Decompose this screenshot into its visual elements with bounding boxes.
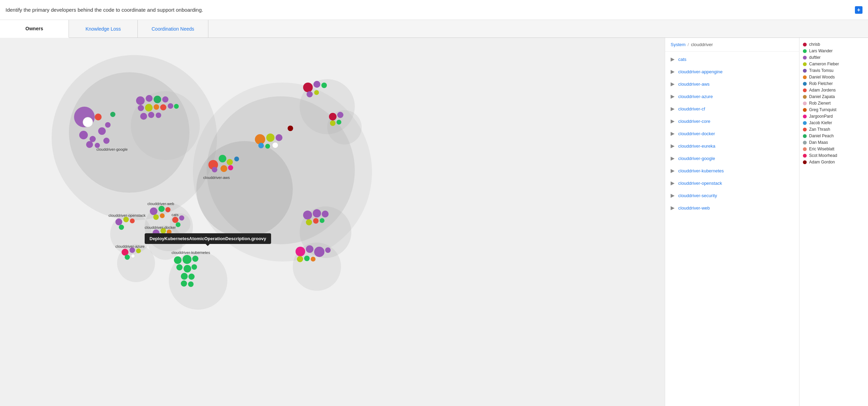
bubble	[123, 217, 129, 222]
legend-item[interactable]: Daniel Zapata	[803, 94, 865, 99]
bubble	[145, 104, 153, 111]
file-item[interactable]: ▶clouddriver-security	[665, 189, 799, 202]
folder-icon: ▶	[671, 81, 675, 87]
bubble	[306, 219, 312, 225]
bubble	[125, 255, 130, 260]
tab-coordination-needs[interactable]: Coordination Needs	[138, 20, 208, 38]
legend-name: JargoonPard	[809, 114, 833, 119]
legend-item[interactable]: Greg Turnquist	[803, 107, 865, 112]
legend-item[interactable]: Rob Zienert	[803, 101, 865, 106]
legend-dot	[803, 95, 807, 99]
legend-name: Scot Moorhead	[809, 153, 837, 158]
bubble	[337, 112, 343, 118]
label-clouddriver-docker: clouddriver-docker	[145, 225, 176, 229]
legend-item[interactable]: Adam Jordens	[803, 88, 865, 93]
breadcrumb: System / clouddriver	[665, 38, 799, 52]
bubble	[174, 104, 179, 109]
legend-item[interactable]: Cameron Fieber	[803, 62, 865, 66]
legend-item[interactable]: Zan Thrash	[803, 127, 865, 132]
legend-item[interactable]: Lars Wander	[803, 49, 865, 53]
bubble	[227, 159, 233, 165]
file-item[interactable]: ▶clouddriver-web	[665, 202, 799, 214]
legend-item[interactable]: chrisb	[803, 42, 865, 47]
file-item[interactable]: ▶cats	[665, 53, 799, 65]
file-item[interactable]: ▶clouddriver-eureka	[665, 140, 799, 152]
file-item[interactable]: ▶clouddriver-kubernetes	[665, 164, 799, 177]
bubble	[181, 280, 187, 287]
folder-icon: ▶	[671, 205, 675, 211]
file-item[interactable]: ▶clouddriver-core	[665, 115, 799, 127]
bubble	[321, 83, 327, 88]
legend-dot	[803, 102, 807, 105]
legend-dot	[803, 43, 807, 46]
legend-item[interactable]: Eric Wiseblatt	[803, 147, 865, 151]
bubble	[330, 120, 335, 126]
bubble	[130, 218, 135, 223]
main-content: clouddriver-google clouddriver-aws	[0, 38, 868, 406]
bubble	[154, 104, 159, 110]
bubble	[138, 105, 144, 111]
add-button[interactable]: +	[855, 6, 862, 14]
file-name: clouddriver-web	[678, 205, 710, 211]
bubble	[192, 256, 198, 262]
legend-item[interactable]: Scot Moorhead	[803, 153, 865, 158]
file-item[interactable]: ▶clouddriver-openstack	[665, 177, 799, 189]
legend-name: Jacob Kiefer	[809, 120, 832, 125]
bubble	[103, 138, 110, 144]
bubble	[156, 113, 161, 118]
legend-item[interactable]: Dan Maas	[803, 140, 865, 145]
legend-dot	[803, 56, 807, 60]
legend-name: chrisb	[809, 42, 820, 47]
file-item[interactable]: ▶clouddriver-google	[665, 152, 799, 164]
file-name: clouddriver-azure	[678, 94, 713, 99]
legend-item[interactable]: Jacob Kiefer	[803, 120, 865, 125]
legend-name: Daniel Woods	[809, 75, 835, 79]
legend-item[interactable]: JargoonPard	[803, 114, 865, 119]
legend-item[interactable]: Travis Tomsu	[803, 68, 865, 73]
legend-name: Daniel Peach	[809, 133, 834, 138]
bubble	[140, 113, 147, 120]
file-name: clouddriver-core	[678, 119, 710, 124]
label-clouddriver-aws: clouddriver-aws	[203, 175, 230, 180]
file-name: clouddriver-appengine	[678, 69, 723, 74]
bubble	[258, 143, 264, 148]
bubble	[325, 247, 331, 253]
tab-knowledge-loss[interactable]: Knowledge Loss	[69, 20, 138, 38]
bubble-canvas: clouddriver-google clouddriver-aws	[0, 38, 665, 406]
bubble	[265, 144, 270, 149]
file-item[interactable]: ▶clouddriver-aws	[665, 78, 799, 90]
bubble	[148, 112, 154, 118]
file-item[interactable]: ▶clouddriver-docker	[665, 127, 799, 140]
label-clouddriver-web: clouddriver-web	[147, 202, 174, 206]
legend-name: Zan Thrash	[809, 127, 830, 132]
legend-dot	[803, 128, 807, 131]
bubble	[306, 245, 313, 253]
breadcrumb-system[interactable]: System	[671, 42, 685, 47]
breadcrumb-separator: /	[688, 42, 689, 47]
bubble	[167, 229, 172, 234]
bubble-visualization[interactable]: clouddriver-google clouddriver-aws	[0, 38, 665, 406]
legend-item[interactable]: Adam Gordon	[803, 160, 865, 164]
file-item[interactable]: ▶clouddriver-cf	[665, 103, 799, 115]
bubble	[307, 91, 313, 97]
tab-owners[interactable]: Owners	[0, 20, 69, 38]
bubble	[322, 211, 329, 217]
legend-dot	[803, 82, 807, 86]
bubble	[320, 218, 324, 223]
legend-item[interactable]: Rob Fletcher	[803, 81, 865, 86]
legend: chrisbLars WanderduftlerCameron FieberTr…	[799, 38, 868, 406]
bubble	[86, 141, 93, 148]
file-name: clouddriver-eureka	[678, 143, 715, 149]
right-panel: System / clouddriver ▶cats▶clouddriver-a…	[665, 38, 799, 406]
file-item[interactable]: ▶clouddriver-appengine	[665, 65, 799, 78]
file-item[interactable]: ▶clouddriver-azure	[665, 90, 799, 103]
legend-item[interactable]: Daniel Woods	[803, 75, 865, 79]
legend-item[interactable]: duftler	[803, 55, 865, 60]
bubble	[79, 131, 88, 139]
legend-item[interactable]: Daniel Peach	[803, 133, 865, 138]
tab-bar: Owners Knowledge Loss Coordination Needs	[0, 20, 868, 38]
bubble	[296, 247, 305, 256]
bubble	[288, 126, 293, 131]
bubble	[176, 264, 183, 270]
bubble	[146, 95, 153, 102]
